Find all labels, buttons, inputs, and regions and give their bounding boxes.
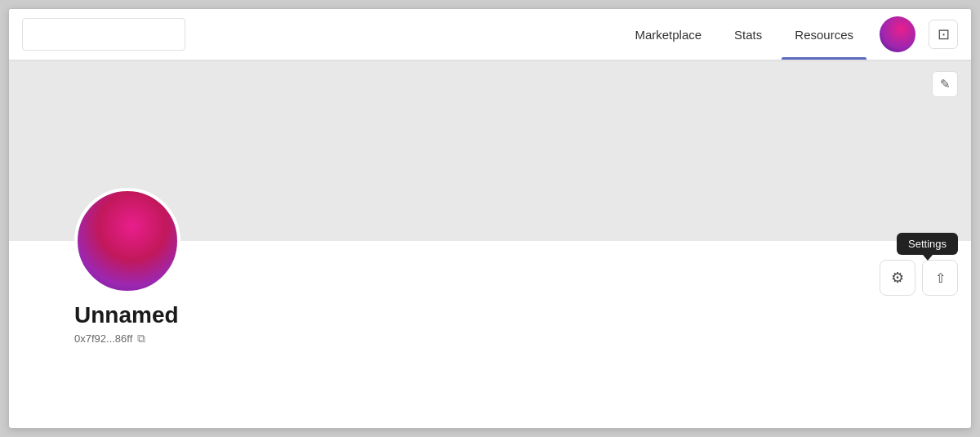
- logo-area: [22, 18, 185, 51]
- main-nav: Marketplace Stats Resources ⊡: [621, 9, 958, 60]
- user-avatar-button[interactable]: [880, 16, 915, 52]
- share-button[interactable]: ⇧: [922, 260, 958, 296]
- settings-button[interactable]: ⚙: [880, 260, 915, 296]
- embed-icon: ⊡: [938, 25, 950, 43]
- address-text: 0x7f92...86ff: [74, 332, 132, 345]
- app-window: Marketplace Stats Resources ⊡ ✎: [8, 8, 972, 429]
- copy-address-button[interactable]: ⧉: [137, 332, 145, 346]
- profile-section: Settings ⚙ ⇧ Unnamed 0x7f92...86ff ⧉: [9, 241, 971, 362]
- profile-address-row: 0x7f92...86ff ⧉: [74, 332, 906, 346]
- nav-resources[interactable]: Resources: [782, 9, 866, 60]
- settings-tooltip: Settings: [897, 233, 958, 255]
- share-icon: ⇧: [935, 270, 946, 286]
- header: Marketplace Stats Resources ⊡: [9, 9, 971, 61]
- profile-avatar: [74, 188, 180, 294]
- gear-icon: ⚙: [891, 269, 904, 287]
- nav-stats[interactable]: Stats: [721, 9, 775, 60]
- embed-icon-button[interactable]: ⊡: [929, 20, 958, 49]
- action-btn-row: ⚙ ⇧: [880, 260, 958, 296]
- edit-icon: ✎: [940, 77, 951, 91]
- edit-banner-button[interactable]: ✎: [932, 71, 958, 97]
- main-content: ✎ Settings ⚙ ⇧ Unnamed: [9, 61, 971, 428]
- profile-name: Unnamed: [74, 302, 906, 328]
- nav-marketplace[interactable]: Marketplace: [621, 9, 715, 60]
- action-buttons-area: Settings ⚙ ⇧: [880, 233, 958, 296]
